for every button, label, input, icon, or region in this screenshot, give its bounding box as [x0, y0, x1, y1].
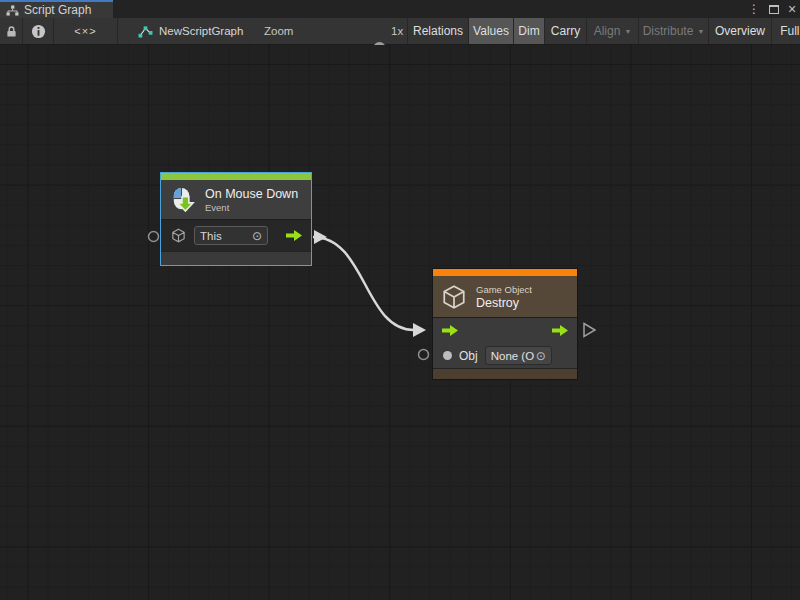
values-button[interactable]: Values [468, 18, 513, 44]
obj-value-port-dot[interactable] [443, 351, 452, 360]
chevron-down-icon: ▼ [624, 28, 631, 35]
gameobject-cube-icon [171, 228, 186, 243]
window-menu-button[interactable]: ⋮ [746, 0, 762, 18]
align-dropdown: Align ▼ [586, 18, 638, 44]
graph-hierarchy-icon [6, 5, 19, 16]
app-window: Script Graph ⋮ × <×> [0, 0, 800, 600]
event-target-row: This ⊙ [161, 220, 311, 251]
dim-button[interactable]: Dim [513, 18, 544, 44]
target-field[interactable]: This ⊙ [194, 226, 268, 245]
event-node-title: On Mouse Down [205, 187, 298, 201]
graph-name: NewScriptGraph [159, 25, 243, 37]
info-icon [31, 24, 46, 39]
destroy-node-title: Destroy [476, 296, 532, 310]
mouse-event-icon [169, 186, 196, 213]
destroy-accent-strip [433, 269, 577, 276]
tab-script-graph[interactable]: Script Graph [0, 0, 113, 18]
connections-layer [0, 45, 800, 600]
toolbar-button-group: Relations Values Dim Carry Align ▼ Distr… [407, 18, 800, 44]
carry-button[interactable]: Carry [544, 18, 586, 44]
object-picker-icon[interactable]: ⊙ [252, 230, 262, 242]
obj-field[interactable]: None (O ⊙ [485, 346, 552, 365]
fullscreen-button[interactable]: Full Screen [771, 18, 800, 44]
graph-toolbar: <×> NewScriptGraph Zoom 1x Relations Val… [0, 18, 800, 45]
destroy-node-titles: Game Object Destroy [476, 284, 532, 310]
distribute-label: Distribute [643, 24, 694, 38]
destroy-obj-input-port[interactable] [419, 350, 429, 360]
zoom-label: Zoom [264, 18, 293, 44]
graph-selector[interactable]: NewScriptGraph [130, 18, 251, 44]
tab-bar: Script Graph ⋮ × [0, 0, 800, 18]
zoom-value: 1x [391, 18, 403, 44]
destroy-control-row [433, 318, 577, 343]
destroy-control-input-port[interactable] [441, 324, 459, 337]
distribute-dropdown: Distribute ▼ [638, 18, 708, 44]
obj-field-value: None (O [491, 350, 534, 362]
event-node-footer [161, 251, 311, 265]
relations-button[interactable]: Relations [407, 18, 468, 44]
destroy-control-output-arrow[interactable] [551, 324, 569, 337]
destroy-node-footer [433, 368, 577, 379]
destroy-obj-row: Obj None (O ⊙ [433, 343, 577, 368]
maximize-button[interactable] [766, 0, 782, 18]
gameobject-cube-icon [441, 284, 467, 310]
wire-start-arrow-icon [314, 230, 327, 244]
info-button[interactable] [23, 18, 54, 44]
event-accent-strip [161, 173, 311, 180]
object-picker-icon[interactable]: ⊙ [536, 350, 546, 362]
destroy-node-header: Game Object Destroy [433, 276, 577, 318]
chevron-down-icon: ▼ [697, 28, 704, 35]
node-on-mouse-down[interactable]: On Mouse Down Event This ⊙ [160, 172, 312, 266]
obj-port-label: Obj [459, 349, 478, 363]
maximize-icon [769, 5, 779, 14]
event-control-output-port[interactable] [285, 229, 303, 242]
connection-wire[interactable] [313, 237, 414, 330]
lock-button[interactable] [0, 18, 23, 44]
node-destroy[interactable]: Game Object Destroy Obj [432, 268, 578, 380]
code-view-button[interactable]: <×> [54, 18, 118, 44]
event-node-titles: On Mouse Down Event [205, 187, 298, 213]
control-arrow-icon [441, 324, 459, 337]
control-arrow-icon [551, 324, 569, 337]
event-target-input-port[interactable] [149, 232, 159, 242]
target-field-value: This [200, 230, 222, 242]
destroy-node-category: Game Object [476, 284, 532, 295]
align-label: Align [594, 24, 621, 38]
tab-title: Script Graph [24, 3, 91, 17]
event-node-subtitle: Event [205, 202, 298, 213]
wire-end-arrow-icon [413, 323, 426, 337]
close-button[interactable]: × [784, 0, 800, 18]
script-graph-icon [138, 25, 153, 38]
control-arrow-icon [285, 229, 303, 242]
graph-canvas[interactable]: On Mouse Down Event This ⊙ [0, 45, 800, 600]
event-node-header: On Mouse Down Event [161, 180, 311, 220]
destroy-control-output-port[interactable] [584, 324, 595, 337]
lock-icon [6, 25, 17, 38]
overview-button[interactable]: Overview [708, 18, 771, 44]
